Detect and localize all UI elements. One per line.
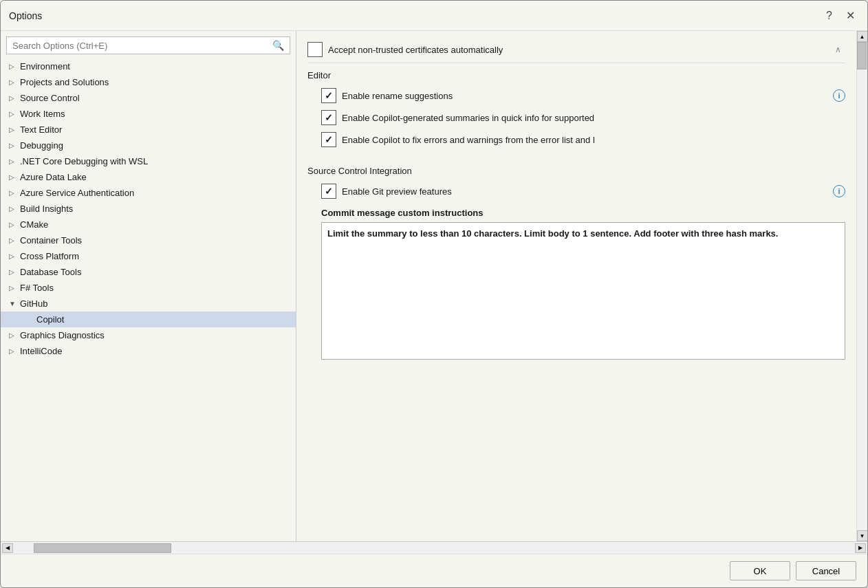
tree-item-source-control[interactable]: ▷Source Control <box>1 90 296 106</box>
tree-item-projects-solutions[interactable]: ▷Projects and Solutions <box>1 74 296 90</box>
right-scrollbar[interactable]: ▲ ▼ <box>856 31 867 541</box>
scroll-left-btn[interactable]: ◀ <box>2 543 13 553</box>
tree-arrow-build-insights: ▷ <box>9 205 20 213</box>
tree-arrow-github: ▼ <box>9 300 20 307</box>
tree-arrow-net-core-debugging: ▷ <box>9 157 20 165</box>
tree-arrow-projects-solutions: ▷ <box>9 78 20 86</box>
tree-arrow-work-items: ▷ <box>9 110 20 118</box>
commit-message-header: Commit message custom instructions <box>307 202 845 222</box>
title-bar-controls: ? ✕ <box>822 8 859 23</box>
tree-item-copilot[interactable]: Copilot <box>1 312 296 327</box>
dialog-footer: ◀ ▶ OK Cancel <box>1 541 867 587</box>
rename-suggestions-checkbox[interactable] <box>321 88 336 103</box>
tree-item-azure-data-lake[interactable]: ▷Azure Data Lake <box>1 169 296 185</box>
tree-arrow-azure-service-auth: ▷ <box>9 189 20 197</box>
tree-label-cmake: CMake <box>20 219 290 230</box>
tree-label-work-items: Work Items <box>20 109 290 119</box>
right-panel: Accept non-trusted certificates automati… <box>296 31 856 541</box>
ok-button[interactable]: OK <box>730 561 790 580</box>
tree-arrow-intellicode: ▷ <box>9 347 20 355</box>
tree-item-cross-platform[interactable]: ▷Cross Platform <box>1 248 296 264</box>
left-panel: 🔍 ▷Environment▷Projects and Solutions▷So… <box>1 31 296 541</box>
accept-certificates-label: Accept non-trusted certificates automati… <box>328 45 831 55</box>
accept-certificates-checkbox[interactable] <box>307 42 323 57</box>
tree-item-intellicode[interactable]: ▷IntelliCode <box>1 343 296 359</box>
right-content: Accept non-trusted certificates automati… <box>296 31 856 541</box>
tree-label-projects-solutions: Projects and Solutions <box>20 77 290 87</box>
cancel-button[interactable]: Cancel <box>796 561 856 580</box>
horizontal-scrollbar[interactable]: ◀ ▶ <box>1 542 867 554</box>
right-panel-wrapper: Accept non-trusted certificates automati… <box>296 31 867 541</box>
copilot-summaries-row: Enable Copilot-generated summaries in qu… <box>307 107 845 129</box>
copilot-fix-checkbox[interactable] <box>321 132 336 147</box>
search-box[interactable]: 🔍 <box>6 36 290 54</box>
tree-label-fsharp-tools: F# Tools <box>20 283 290 293</box>
tree-label-cross-platform: Cross Platform <box>20 251 290 261</box>
tree-container: ▷Environment▷Projects and Solutions▷Sour… <box>1 58 296 541</box>
h-scroll-thumb[interactable] <box>34 543 171 553</box>
rename-suggestions-row: Enable rename suggestions i <box>307 85 845 107</box>
tree-label-net-core-debugging: .NET Core Debugging with WSL <box>20 156 290 166</box>
search-input[interactable] <box>12 41 272 51</box>
tree-item-build-insights[interactable]: ▷Build Insights <box>1 201 296 217</box>
copilot-fix-row: Enable Copilot to fix errors and warning… <box>307 129 845 151</box>
copilot-summaries-checkbox[interactable] <box>321 110 336 125</box>
footer-buttons: OK Cancel <box>1 554 867 587</box>
git-preview-info-icon[interactable]: i <box>833 185 845 197</box>
source-control-section-header: Source Control Integration <box>307 159 845 180</box>
tree-item-cmake[interactable]: ▷CMake <box>1 217 296 232</box>
tree-item-debugging[interactable]: ▷Debugging <box>1 138 296 153</box>
scroll-down-btn[interactable]: ▼ <box>857 530 868 541</box>
tree-label-environment: Environment <box>20 61 290 72</box>
scroll-thumb[interactable] <box>857 42 867 69</box>
tree-arrow-text-editor: ▷ <box>9 126 20 133</box>
options-dialog: Options ? ✕ 🔍 ▷Environment▷Projects and … <box>0 0 868 588</box>
tree-label-graphics-diagnostics: Graphics Diagnostics <box>20 330 290 340</box>
tree-label-text-editor: Text Editor <box>20 124 290 135</box>
tree-arrow-cmake: ▷ <box>9 221 20 228</box>
tree-item-graphics-diagnostics[interactable]: ▷Graphics Diagnostics <box>1 327 296 343</box>
tree-item-environment[interactable]: ▷Environment <box>1 58 296 74</box>
tree-arrow-debugging: ▷ <box>9 142 20 149</box>
tree-item-text-editor[interactable]: ▷Text Editor <box>1 122 296 138</box>
tree-label-container-tools: Container Tools <box>20 235 290 246</box>
rename-suggestions-info-icon[interactable]: i <box>833 89 845 102</box>
tree-item-database-tools[interactable]: ▷Database Tools <box>1 264 296 280</box>
title-bar: Options ? ✕ <box>1 1 867 31</box>
top-checkbox-row: Accept non-trusted certificates automati… <box>307 36 845 63</box>
commit-message-textarea[interactable] <box>321 222 845 360</box>
tree-item-fsharp-tools[interactable]: ▷F# Tools <box>1 280 296 296</box>
close-button[interactable]: ✕ <box>842 8 859 23</box>
scroll-up-btn[interactable]: ▲ <box>857 31 868 42</box>
tree-label-copilot: Copilot <box>36 314 290 325</box>
help-button[interactable]: ? <box>822 8 836 23</box>
tree-label-source-control: Source Control <box>20 93 290 103</box>
tree-item-net-core-debugging[interactable]: ▷.NET Core Debugging with WSL <box>1 153 296 169</box>
tree-arrow-graphics-diagnostics: ▷ <box>9 331 20 339</box>
tree-item-github[interactable]: ▼GitHub <box>1 296 296 312</box>
tree-label-github: GitHub <box>20 298 290 309</box>
tree-arrow-source-control: ▷ <box>9 94 20 102</box>
tree-arrow-cross-platform: ▷ <box>9 252 20 260</box>
tree-item-work-items[interactable]: ▷Work Items <box>1 106 296 122</box>
tree-item-container-tools[interactable]: ▷Container Tools <box>1 232 296 248</box>
tree-label-intellicode: IntelliCode <box>20 346 290 356</box>
collapse-btn[interactable]: ∧ <box>831 43 845 56</box>
tree-label-azure-data-lake: Azure Data Lake <box>20 172 290 182</box>
tree-arrow-container-tools: ▷ <box>9 237 20 244</box>
h-scroll-track <box>13 542 855 554</box>
tree-arrow-environment: ▷ <box>9 63 20 70</box>
tree-arrow-fsharp-tools: ▷ <box>9 284 20 292</box>
tree-arrow-database-tools: ▷ <box>9 268 20 276</box>
git-preview-checkbox[interactable] <box>321 184 336 199</box>
tree-item-azure-service-auth[interactable]: ▷Azure Service Authentication <box>1 185 296 201</box>
scroll-right-btn[interactable]: ▶ <box>855 543 866 553</box>
copilot-fix-label: Enable Copilot to fix errors and warning… <box>342 135 845 145</box>
dialog-title: Options <box>9 10 42 21</box>
editor-section-header: Editor <box>307 63 845 85</box>
tree-arrow-azure-data-lake: ▷ <box>9 173 20 181</box>
tree-label-azure-service-auth: Azure Service Authentication <box>20 188 290 198</box>
git-preview-label: Enable Git preview features <box>342 186 829 197</box>
scroll-track <box>857 42 867 530</box>
dialog-body: 🔍 ▷Environment▷Projects and Solutions▷So… <box>1 31 867 541</box>
